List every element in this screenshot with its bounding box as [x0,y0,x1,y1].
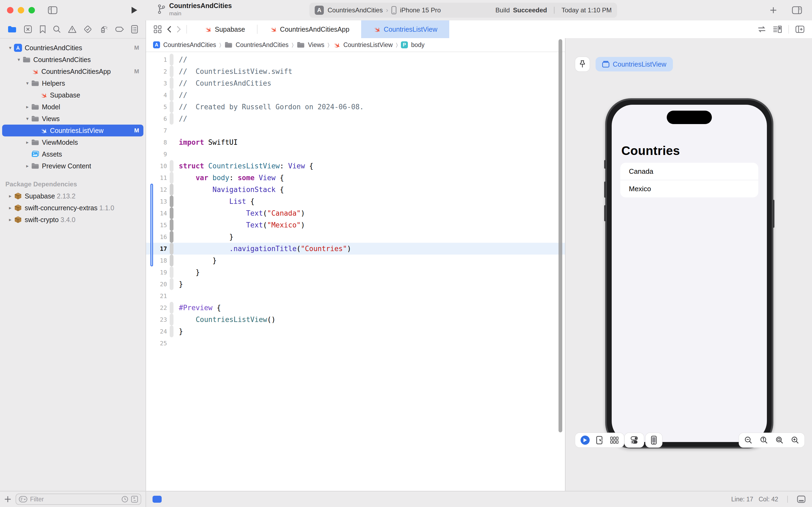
disclosure-open-icon[interactable]: ▾ [15,57,22,63]
disclosure-closed-icon[interactable]: ▸ [6,217,14,223]
preview-screen[interactable]: Countries CanadaMexico [612,105,767,442]
go-forward-icon[interactable] [177,26,181,33]
preview-device-button[interactable] [645,433,662,447]
code-line[interactable]: 23 CountriesListView() [146,314,565,326]
bookmarks-icon[interactable] [40,25,46,34]
package-item-swift-concurrency-extras[interactable]: ▸swift-concurrency-extras 1.1.0 [2,202,143,214]
sidebar-item-assets[interactable]: Assets [2,148,143,160]
sidebar-item-countrieslistview[interactable]: CountriesListViewM [2,125,143,136]
tab-supabase[interactable]: Supabase [192,20,257,38]
pin-preview-button[interactable] [575,57,590,71]
tab-countrieslistview[interactable]: CountriesListView [361,20,449,38]
add-item-icon[interactable] [4,496,11,503]
breakpoints-icon[interactable] [115,26,124,33]
sidebar-item-countriesandcitiesapp[interactable]: CountriesAndCitiesAppM [2,65,143,77]
disclosure-closed-icon[interactable]: ▸ [6,205,14,211]
code-line[interactable]: 2// CountriesListView.swift [146,65,565,77]
code-line[interactable]: 18 } [146,255,565,266]
code-line[interactable]: 24} [146,326,565,337]
code-line[interactable]: 19 } [146,266,565,278]
code-line[interactable]: 10struct CountriesListView: View { [146,160,565,172]
breadcrumb-item[interactable]: CountriesAndCities [236,41,289,49]
disclosure-closed-icon[interactable]: ▸ [23,163,31,169]
zoom-in-icon[interactable] [791,436,799,444]
live-preview-button[interactable] [581,436,590,445]
toggle-navigator-button[interactable] [46,4,59,16]
sidebar-item-countriesandcities[interactable]: ▾CountriesAndCitiesM [2,42,143,54]
code-line[interactable]: 9 [146,148,565,160]
code-line[interactable]: 17 .navigationTitle("Countries") [146,243,565,255]
go-back-icon[interactable] [167,26,171,33]
code-line[interactable]: 25 [146,337,565,349]
breadcrumb-item[interactable]: CountriesAndCities [163,41,216,49]
editor-scrollbar[interactable] [559,39,562,432]
add-tab-button[interactable] [767,4,780,16]
code-line[interactable]: 16 } [146,231,565,243]
run-button[interactable] [128,4,141,16]
zoom-out-icon[interactable] [744,436,752,444]
code-line[interactable]: 12 NavigationStack { [146,184,565,195]
zoom-fit-icon[interactable] [775,436,784,444]
code-line[interactable]: 11 var body: some View { [146,172,565,184]
list-item[interactable]: Mexico [620,180,758,198]
disclosure-open-icon[interactable]: ▾ [6,45,14,51]
code-line[interactable]: 1// [146,54,565,65]
tab-countriesandcitiesapp[interactable]: CountriesAndCitiesApp [257,20,361,38]
sidebar-item-model[interactable]: ▸Model [2,101,143,113]
code-line[interactable]: 6// [146,113,565,125]
code-line[interactable]: 20} [146,278,565,290]
package-item-supabase[interactable]: ▸Supabase 2.13.2 [2,190,143,202]
tests-icon[interactable] [83,25,92,34]
code-line[interactable]: 7 [146,125,565,136]
sidebar-item-countriesandcities[interactable]: ▾CountriesAndCities [2,54,143,65]
sidebar-item-views[interactable]: ▾Views [2,113,143,125]
variants-mode-button[interactable] [610,436,619,444]
sidebar-item-viewmodels[interactable]: ▸ViewModels [2,136,143,148]
code-area[interactable]: 1//2// CountriesListView.swift3// Countr… [146,52,565,349]
sidebar-item-supabase[interactable]: Supabase [2,89,143,101]
code-line[interactable]: 4// [146,89,565,101]
minimize-window-button[interactable] [18,7,24,13]
device-settings-button[interactable] [625,433,644,447]
code-line[interactable]: 14 Text("Canada") [146,207,565,219]
zoom-window-button[interactable] [28,7,35,13]
project-navigator-icon[interactable] [7,25,17,33]
package-item-swift-crypto[interactable]: ▸swift-crypto 3.4.0 [2,214,143,226]
sidebar-item-preview-content[interactable]: ▸Preview Content [2,160,143,172]
code-line[interactable]: 8import SwiftUI [146,136,565,148]
code-line[interactable]: 3// CountriesAndCities [146,77,565,89]
reports-icon[interactable] [131,25,138,34]
source-control-filter-icon[interactable] [131,496,138,503]
toggle-inspector-button[interactable] [791,4,803,16]
related-items-icon[interactable] [154,25,162,33]
breadcrumb-item[interactable]: Views [308,41,325,49]
find-icon[interactable] [53,25,61,33]
activity-status-pill[interactable]: A CountriesAndCities › iPhone 15 Pro Bui… [309,3,617,18]
selectable-mode-button[interactable] [596,436,603,444]
changes-icon[interactable] [23,25,32,34]
code-review-icon[interactable] [757,26,766,33]
disclosure-open-icon[interactable]: ▾ [23,80,31,86]
breadcrumb-item[interactable]: CountriesListView [343,41,393,49]
disclosure-open-icon[interactable]: ▾ [23,116,31,122]
minimap-icon[interactable] [773,25,782,33]
recents-clock-icon[interactable] [121,496,128,503]
close-window-button[interactable] [7,7,13,13]
disclosure-closed-icon[interactable]: ▸ [6,193,14,199]
debug-icon[interactable] [99,25,108,34]
disclosure-closed-icon[interactable]: ▸ [23,139,31,145]
list-item[interactable]: Canada [620,163,758,180]
breadcrumb-item[interactable]: body [411,41,424,49]
code-line[interactable]: 22#Preview { [146,302,565,314]
scheme-area[interactable]: CountriesAndCities main [157,2,232,17]
code-line[interactable]: 13 List { [146,195,565,207]
disclosure-closed-icon[interactable]: ▸ [23,104,31,110]
code-line[interactable]: 5// Created by Russell Gordon on 2024-06… [146,101,565,113]
preview-target-chip[interactable]: CountriesListView [595,57,673,71]
issues-icon[interactable] [68,25,76,33]
filter-field[interactable]: Filter [15,494,141,505]
zoom-100-icon[interactable] [760,436,768,444]
code-line[interactable]: 21 [146,290,565,302]
code-line[interactable]: 15 Text("Mexico") [146,219,565,231]
sidebar-item-helpers[interactable]: ▾Helpers [2,77,143,89]
